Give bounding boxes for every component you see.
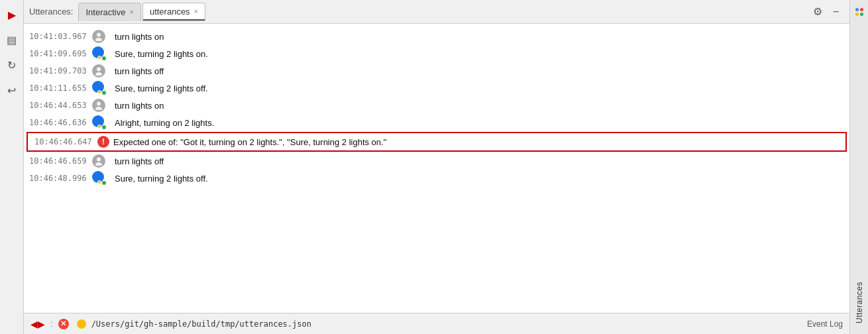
tab-utterances-close[interactable]: ×	[194, 8, 198, 15]
refresh-icon[interactable]: ↻	[3, 56, 21, 74]
tab-interactive-label: Interactive	[85, 7, 125, 17]
utterances-prefix-label: Utterances:	[29, 7, 73, 17]
right-sidebar-tab-label[interactable]: Utterances	[855, 276, 864, 329]
user-avatar	[92, 99, 111, 112]
timestamp: 10:41:11.655	[29, 84, 92, 93]
utterance-text: Sure, turning 2 lights on.	[115, 49, 841, 59]
error-text: Expected one of: "Got it, turning on 2 l…	[113, 137, 386, 147]
utterance-row: 10:41:03.967 turn lights on	[24, 28, 849, 45]
svg-point-0	[97, 33, 101, 37]
utterance-row: 10:41:09.695 Sure, turning 2 lights on.	[24, 45, 849, 62]
bottom-separator: :	[50, 319, 53, 329]
tab-utterances-label: utterances	[150, 7, 190, 17]
gdot-red	[860, 8, 863, 11]
agent-avatar	[92, 116, 111, 129]
timestamp: 10:41:09.695	[29, 49, 92, 58]
tab-utterances[interactable]: utterances ×	[142, 3, 205, 21]
svg-point-2	[97, 68, 101, 72]
agent-avatar-icon	[92, 46, 107, 61]
user-avatar-icon	[92, 99, 105, 112]
svg-point-4	[97, 102, 101, 106]
user-avatar	[92, 154, 111, 168]
svg-point-6	[97, 158, 101, 162]
tab-bar: Utterances: Interactive × utterances × ⚙…	[24, 0, 849, 24]
utterance-text: Alright, turning on 2 lights.	[115, 118, 841, 128]
svg-point-3	[95, 72, 102, 76]
gdot-green	[860, 13, 863, 16]
settings-button[interactable]: ⚙	[810, 4, 825, 19]
google-dots-icon	[853, 5, 866, 19]
main-container: Utterances: Interactive × utterances × ⚙…	[24, 0, 849, 334]
user-avatar-icon	[92, 154, 105, 168]
timestamp: 10:46:46.636	[29, 118, 92, 127]
minimize-button[interactable]: −	[830, 5, 841, 19]
tab-interactive[interactable]: Interactive ×	[78, 3, 140, 21]
user-avatar	[92, 30, 111, 43]
right-sidebar: Utterances	[849, 0, 868, 334]
navigate-icon[interactable]: ◀▶	[30, 319, 45, 329]
utterance-text: turn lights off	[115, 66, 841, 76]
bottom-bar: ◀▶ : ✕ /Users/git/gh-sample/build/tmp/ut…	[24, 313, 849, 334]
utterance-text: turn lights on	[115, 101, 841, 111]
list-icon[interactable]: ▤	[3, 30, 21, 49]
agent-avatar-icon	[92, 81, 107, 95]
utterance-row: 10:41:11.655 Sure, turning 2 lights off.	[24, 80, 849, 97]
tab-actions: ⚙ −	[810, 4, 849, 19]
play-icon[interactable]: ▶	[3, 5, 21, 24]
timestamp: 10:46:48.996	[29, 174, 92, 183]
agent-avatar	[92, 82, 111, 95]
file-path: /Users/git/gh-sample/build/tmp/utterance…	[91, 319, 311, 329]
svg-point-5	[95, 107, 102, 110]
timestamp: 10:41:03.967	[29, 32, 92, 41]
svg-point-7	[95, 162, 102, 166]
left-toolbar: ▶ ▤ ↻ ↩	[0, 0, 24, 334]
gdot-yellow	[855, 13, 859, 16]
content-area[interactable]: 10:41:03.967 turn lights on 10:41:09.695…	[24, 24, 849, 313]
utterance-row: 10:46:46.659 turn lights off	[24, 152, 849, 170]
utterance-text: turn lights on	[115, 32, 841, 42]
utterance-text: Sure, turning 2 lights off.	[115, 84, 841, 93]
agent-avatar	[92, 172, 111, 185]
tab-active-indicator	[143, 19, 205, 21]
agent-avatar-icon	[92, 115, 107, 130]
timestamp: 10:46:44.653	[29, 101, 92, 110]
timestamp: 10:46:46.647	[34, 137, 97, 146]
tab-interactive-close[interactable]: ×	[129, 9, 133, 16]
undo-icon[interactable]: ↩	[3, 81, 21, 99]
utterance-row: 10:46:44.653 turn lights on	[24, 97, 849, 114]
utterance-row: 10:46:46.636 Alright, turning on 2 light…	[24, 114, 849, 131]
utterance-text: Sure, turning 2 lights off.	[115, 174, 841, 184]
error-icon: !	[97, 136, 109, 148]
utterance-row: 10:46:48.996 Sure, turning 2 lights off.	[24, 170, 849, 187]
gdot-blue	[855, 8, 859, 11]
utterance-row: 10:41:09.703 turn lights off	[24, 62, 849, 80]
agent-avatar	[92, 47, 111, 60]
bottom-error-icon: ✕	[58, 319, 69, 329]
event-log-label[interactable]: Event Log	[807, 319, 843, 329]
user-avatar	[92, 64, 111, 78]
error-utterance-row: 10:46:46.647 ! Expected one of: "Got it,…	[27, 132, 847, 152]
timestamp: 10:41:09.703	[29, 66, 92, 76]
agent-avatar-icon	[92, 171, 107, 186]
timestamp: 10:46:46.659	[29, 156, 92, 166]
bottom-status-dot	[77, 319, 86, 329]
utterance-text: turn lights off	[115, 156, 841, 166]
svg-point-1	[95, 38, 102, 41]
user-avatar-icon	[92, 64, 105, 78]
user-avatar-icon	[92, 30, 105, 43]
